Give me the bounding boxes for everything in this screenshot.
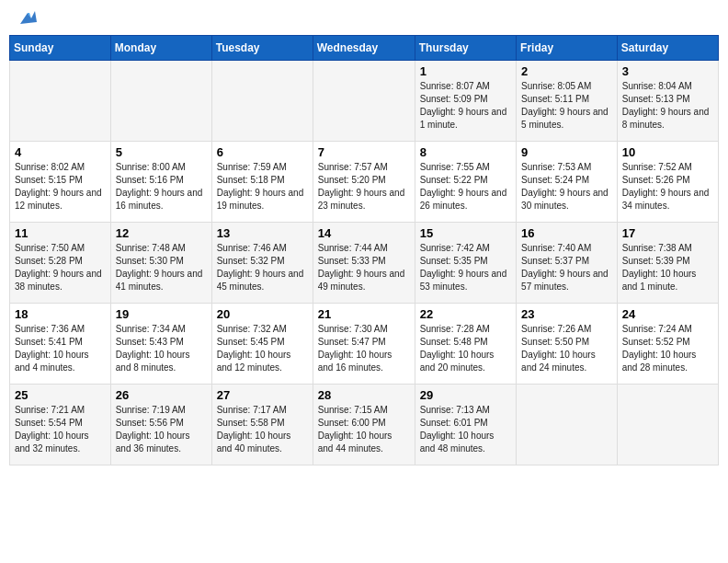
day-number: 8 — [420, 145, 511, 159]
calendar-cell: 27Sunrise: 7:17 AMSunset: 5:58 PMDayligh… — [211, 385, 313, 465]
calendar-cell — [517, 385, 618, 465]
cell-info: Sunrise: 7:36 AMSunset: 5:41 PMDaylight:… — [15, 323, 106, 374]
col-header-wednesday: Wednesday — [313, 36, 415, 61]
calendar-cell: 23Sunrise: 7:26 AMSunset: 5:50 PMDayligh… — [517, 304, 618, 385]
week-row-1: 1Sunrise: 8:07 AMSunset: 5:09 PMDaylight… — [10, 61, 719, 142]
day-number: 4 — [15, 145, 106, 159]
week-row-4: 18Sunrise: 7:36 AMSunset: 5:41 PMDayligh… — [10, 304, 719, 385]
calendar-cell: 6Sunrise: 7:59 AMSunset: 5:18 PMDaylight… — [211, 142, 313, 223]
day-number: 13 — [217, 226, 308, 240]
calendar-header-row: SundayMondayTuesdayWednesdayThursdayFrid… — [10, 36, 719, 61]
cell-info: Sunrise: 8:02 AMSunset: 5:15 PMDaylight:… — [15, 161, 106, 213]
cell-info: Sunrise: 7:40 AMSunset: 5:37 PMDaylight:… — [521, 242, 612, 293]
calendar-cell: 8Sunrise: 7:55 AMSunset: 5:22 PMDaylight… — [415, 142, 516, 223]
day-number: 10 — [622, 145, 713, 159]
day-number: 14 — [318, 226, 410, 240]
day-number: 6 — [217, 145, 308, 159]
day-number: 1 — [420, 64, 511, 78]
calendar-cell: 28Sunrise: 7:15 AMSunset: 6:00 PMDayligh… — [313, 385, 415, 465]
day-number: 12 — [116, 226, 207, 240]
cell-info: Sunrise: 7:24 AMSunset: 5:52 PMDaylight:… — [622, 323, 713, 374]
cell-info: Sunrise: 7:55 AMSunset: 5:22 PMDaylight:… — [420, 161, 511, 213]
calendar-cell: 21Sunrise: 7:30 AMSunset: 5:47 PMDayligh… — [313, 304, 415, 385]
week-row-2: 4Sunrise: 8:02 AMSunset: 5:15 PMDaylight… — [10, 142, 719, 223]
day-number: 17 — [622, 226, 713, 240]
cell-info: Sunrise: 7:52 AMSunset: 5:26 PMDaylight:… — [622, 161, 713, 213]
cell-info: Sunrise: 8:00 AMSunset: 5:16 PMDaylight:… — [116, 161, 207, 213]
calendar-cell: 5Sunrise: 8:00 AMSunset: 5:16 PMDaylight… — [110, 142, 211, 223]
cell-info: Sunrise: 7:17 AMSunset: 5:58 PMDaylight:… — [217, 404, 308, 455]
calendar-cell: 4Sunrise: 8:02 AMSunset: 5:15 PMDaylight… — [10, 142, 111, 223]
cell-info: Sunrise: 7:34 AMSunset: 5:43 PMDaylight:… — [116, 323, 207, 374]
cell-info: Sunrise: 7:38 AMSunset: 5:39 PMDaylight:… — [622, 242, 713, 293]
cell-info: Sunrise: 7:30 AMSunset: 5:47 PMDaylight:… — [318, 323, 410, 374]
cell-info: Sunrise: 7:15 AMSunset: 6:00 PMDaylight:… — [318, 404, 410, 455]
cell-info: Sunrise: 7:13 AMSunset: 6:01 PMDaylight:… — [420, 404, 511, 455]
day-number: 23 — [521, 307, 612, 321]
logo-bird-icon — [18, 9, 39, 29]
cell-info: Sunrise: 8:07 AMSunset: 5:09 PMDaylight:… — [420, 80, 511, 132]
day-number: 26 — [116, 388, 207, 402]
col-header-sunday: Sunday — [10, 36, 111, 61]
cell-info: Sunrise: 7:48 AMSunset: 5:30 PMDaylight:… — [116, 242, 207, 293]
calendar-cell: 18Sunrise: 7:36 AMSunset: 5:41 PMDayligh… — [10, 304, 111, 385]
cell-info: Sunrise: 8:05 AMSunset: 5:11 PMDaylight:… — [521, 80, 612, 132]
cell-info: Sunrise: 8:04 AMSunset: 5:13 PMDaylight:… — [622, 80, 713, 132]
cell-info: Sunrise: 7:42 AMSunset: 5:35 PMDaylight:… — [420, 242, 511, 293]
day-number: 5 — [116, 145, 207, 159]
calendar-cell: 10Sunrise: 7:52 AMSunset: 5:26 PMDayligh… — [617, 142, 718, 223]
cell-info: Sunrise: 7:50 AMSunset: 5:28 PMDaylight:… — [15, 242, 106, 293]
calendar-cell: 29Sunrise: 7:13 AMSunset: 6:01 PMDayligh… — [415, 385, 516, 465]
day-number: 15 — [420, 226, 511, 240]
cell-info: Sunrise: 7:53 AMSunset: 5:24 PMDaylight:… — [521, 161, 612, 213]
logo — [17, 13, 39, 24]
calendar-cell: 3Sunrise: 8:04 AMSunset: 5:13 PMDaylight… — [617, 61, 718, 142]
day-number: 28 — [318, 388, 410, 402]
calendar-cell: 11Sunrise: 7:50 AMSunset: 5:28 PMDayligh… — [10, 223, 111, 304]
calendar-cell — [10, 61, 111, 142]
day-number: 3 — [622, 64, 713, 78]
calendar-cell — [617, 385, 718, 465]
page-header — [9, 9, 719, 28]
calendar-cell: 25Sunrise: 7:21 AMSunset: 5:54 PMDayligh… — [10, 385, 111, 465]
calendar-cell — [313, 61, 415, 142]
calendar-cell: 13Sunrise: 7:46 AMSunset: 5:32 PMDayligh… — [211, 223, 313, 304]
cell-info: Sunrise: 7:44 AMSunset: 5:33 PMDaylight:… — [318, 242, 410, 293]
day-number: 16 — [521, 226, 612, 240]
calendar-cell — [110, 61, 211, 142]
col-header-thursday: Thursday — [415, 36, 516, 61]
day-number: 22 — [420, 307, 511, 321]
cell-info: Sunrise: 7:26 AMSunset: 5:50 PMDaylight:… — [521, 323, 612, 374]
col-header-saturday: Saturday — [617, 36, 718, 61]
calendar-cell: 2Sunrise: 8:05 AMSunset: 5:11 PMDaylight… — [517, 61, 618, 142]
calendar-cell: 19Sunrise: 7:34 AMSunset: 5:43 PMDayligh… — [110, 304, 211, 385]
cell-info: Sunrise: 7:21 AMSunset: 5:54 PMDaylight:… — [15, 404, 106, 455]
cell-info: Sunrise: 7:28 AMSunset: 5:48 PMDaylight:… — [420, 323, 511, 374]
col-header-monday: Monday — [110, 36, 211, 61]
day-number: 11 — [15, 226, 106, 240]
col-header-friday: Friday — [517, 36, 618, 61]
cell-info: Sunrise: 7:19 AMSunset: 5:56 PMDaylight:… — [116, 404, 207, 455]
week-row-5: 25Sunrise: 7:21 AMSunset: 5:54 PMDayligh… — [10, 385, 719, 465]
cell-info: Sunrise: 7:57 AMSunset: 5:20 PMDaylight:… — [318, 161, 410, 213]
day-number: 21 — [318, 307, 410, 321]
calendar-cell: 15Sunrise: 7:42 AMSunset: 5:35 PMDayligh… — [415, 223, 516, 304]
cell-info: Sunrise: 7:32 AMSunset: 5:45 PMDaylight:… — [217, 323, 308, 374]
day-number: 25 — [15, 388, 106, 402]
calendar-cell: 17Sunrise: 7:38 AMSunset: 5:39 PMDayligh… — [617, 223, 718, 304]
calendar-cell: 22Sunrise: 7:28 AMSunset: 5:48 PMDayligh… — [415, 304, 516, 385]
calendar-cell: 12Sunrise: 7:48 AMSunset: 5:30 PMDayligh… — [110, 223, 211, 304]
week-row-3: 11Sunrise: 7:50 AMSunset: 5:28 PMDayligh… — [10, 223, 719, 304]
calendar-cell: 16Sunrise: 7:40 AMSunset: 5:37 PMDayligh… — [517, 223, 618, 304]
calendar-cell: 26Sunrise: 7:19 AMSunset: 5:56 PMDayligh… — [110, 385, 211, 465]
calendar-cell: 1Sunrise: 8:07 AMSunset: 5:09 PMDaylight… — [415, 61, 516, 142]
day-number: 18 — [15, 307, 106, 321]
cell-info: Sunrise: 7:46 AMSunset: 5:32 PMDaylight:… — [217, 242, 308, 293]
calendar-cell: 20Sunrise: 7:32 AMSunset: 5:45 PMDayligh… — [211, 304, 313, 385]
calendar-cell: 7Sunrise: 7:57 AMSunset: 5:20 PMDaylight… — [313, 142, 415, 223]
day-number: 27 — [217, 388, 308, 402]
day-number: 2 — [521, 64, 612, 78]
calendar-cell — [211, 61, 313, 142]
cell-info: Sunrise: 7:59 AMSunset: 5:18 PMDaylight:… — [217, 161, 308, 213]
day-number: 9 — [521, 145, 612, 159]
